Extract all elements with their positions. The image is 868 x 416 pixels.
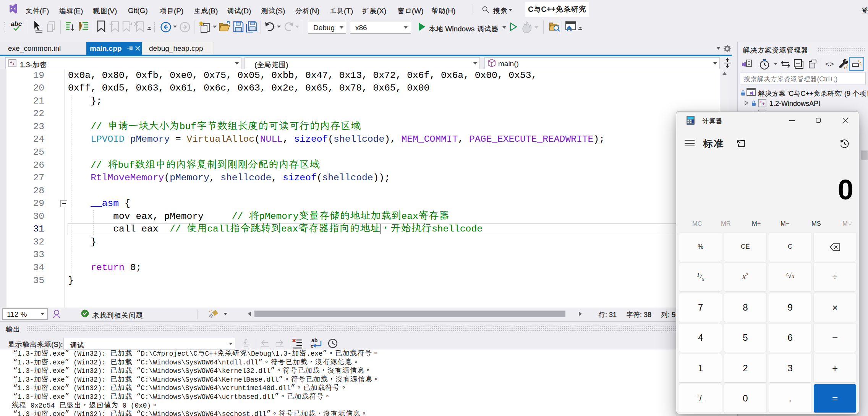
svg-text:+: + [12,62,15,66]
svg-text:+: + [760,99,762,105]
svg-text:c: c [311,343,313,349]
svg-text:+: + [762,101,765,107]
svg-text:ab: ab [311,338,317,343]
